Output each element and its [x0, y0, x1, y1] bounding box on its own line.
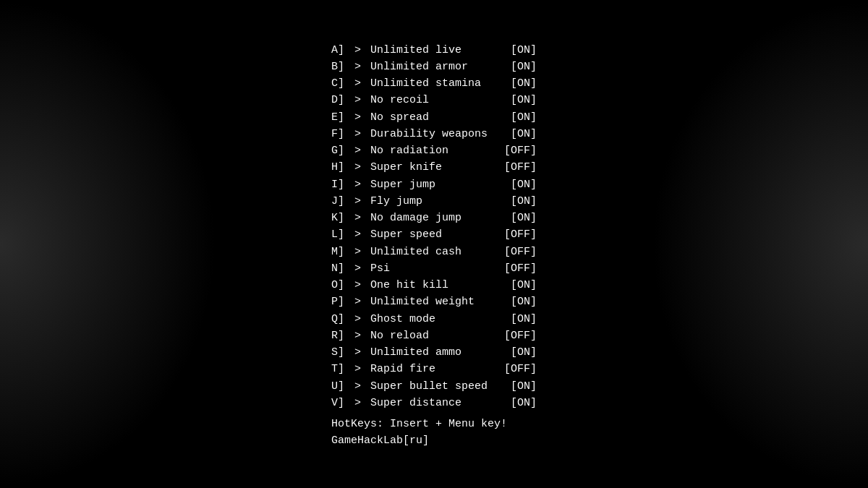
menu-item-label: One hit kill: [370, 277, 508, 294]
menu-item-status: [ON]: [511, 193, 537, 210]
menu-item-label: Unlimited stamina: [370, 75, 508, 92]
menu-item-key: U]: [331, 378, 354, 395]
menu-item-status: [OFF]: [504, 361, 537, 377]
menu-item-arrow: >: [354, 328, 367, 344]
menu-item-label: Unlimited live: [370, 42, 508, 59]
menu-item-status: [ON]: [511, 210, 537, 226]
menu-item-key: H]: [331, 159, 354, 176]
menu-item-arrow: >: [354, 311, 367, 328]
menu-item-arrow: >: [354, 344, 367, 361]
menu-item[interactable]: I] > Super jump [ON]: [331, 176, 537, 193]
menu-item-key: G]: [331, 142, 354, 159]
menu-item-key: N]: [331, 260, 354, 277]
footer: HotKeys: Insert + Menu key! GameHackLab[…: [331, 416, 537, 450]
menu-item-key: C]: [331, 75, 354, 92]
menu-item-status: [ON]: [511, 92, 537, 108]
vignette-left: [0, 0, 217, 488]
menu-item-key: P]: [331, 294, 354, 310]
menu-item-status: [ON]: [511, 59, 537, 75]
menu-item-status: [OFF]: [504, 142, 537, 159]
menu-item-status: [OFF]: [504, 244, 537, 260]
menu-item[interactable]: F] > Durability weapons [ON]: [331, 126, 537, 142]
menu-item-arrow: >: [354, 109, 367, 126]
menu-item-arrow: >: [354, 226, 367, 243]
menu-items-list: A] > Unlimited live [ON]B] > Unlimited a…: [331, 42, 537, 412]
vignette-right: [651, 0, 868, 488]
menu-item-key: I]: [331, 176, 354, 193]
menu-item-label: Unlimited weight: [370, 294, 508, 310]
menu-item[interactable]: S] > Unlimited ammo [ON]: [331, 344, 537, 361]
menu-item-key: L]: [331, 226, 354, 243]
menu-item[interactable]: G] > No radiation [OFF]: [331, 142, 537, 159]
menu-item-key: E]: [331, 109, 354, 126]
menu-item-label: No radiation: [370, 142, 501, 159]
menu-item-status: [ON]: [511, 277, 537, 294]
menu-item-key: O]: [331, 277, 354, 294]
menu-item-label: Super speed: [370, 226, 501, 243]
menu-item-arrow: >: [354, 92, 367, 108]
menu-item[interactable]: R] > No reload [OFF]: [331, 328, 537, 344]
menu-item-status: [ON]: [511, 75, 537, 92]
menu-item-key: T]: [331, 361, 354, 377]
menu-item-status: [ON]: [511, 311, 537, 328]
menu-item[interactable]: N] > Psi [OFF]: [331, 260, 537, 277]
footer-line2: GameHackLab[ru]: [331, 432, 537, 449]
menu-item-status: [ON]: [511, 378, 537, 395]
menu-item-status: [ON]: [511, 109, 537, 126]
menu-item-status: [ON]: [511, 176, 537, 193]
menu-item[interactable]: B] > Unlimited armor [ON]: [331, 59, 537, 75]
menu-item[interactable]: Q] > Ghost mode [ON]: [331, 311, 537, 328]
menu-item-label: No recoil: [370, 92, 508, 108]
menu-item-status: [ON]: [511, 126, 537, 142]
menu-item[interactable]: E] > No spread [ON]: [331, 109, 537, 126]
menu-item-key: B]: [331, 59, 354, 75]
menu-item[interactable]: K] > No damage jump [ON]: [331, 210, 537, 226]
menu-item-arrow: >: [354, 210, 367, 226]
menu-item[interactable]: A] > Unlimited live [ON]: [331, 42, 537, 59]
menu-item[interactable]: L] > Super speed [OFF]: [331, 226, 537, 243]
menu-item-arrow: >: [354, 361, 367, 377]
cheat-menu: A] > Unlimited live [ON]B] > Unlimited a…: [311, 29, 557, 460]
menu-item-label: No reload: [370, 328, 501, 344]
menu-item-label: No damage jump: [370, 210, 508, 226]
menu-item-arrow: >: [354, 294, 367, 310]
menu-item-label: Psi: [370, 260, 501, 277]
menu-item[interactable]: H] > Super knife [OFF]: [331, 159, 537, 176]
menu-item-arrow: >: [354, 176, 367, 193]
menu-item-key: V]: [331, 395, 354, 411]
menu-item[interactable]: J] > Fly jump [ON]: [331, 193, 537, 210]
menu-item[interactable]: O] > One hit kill [ON]: [331, 277, 537, 294]
menu-item-key: F]: [331, 126, 354, 142]
menu-item[interactable]: V] > Super distance [ON]: [331, 395, 537, 411]
menu-item-key: R]: [331, 328, 354, 344]
menu-item-arrow: >: [354, 277, 367, 294]
menu-item-label: Ghost mode: [370, 311, 508, 328]
menu-item-label: Super knife: [370, 159, 501, 176]
menu-item[interactable]: C] > Unlimited stamina [ON]: [331, 75, 537, 92]
menu-item[interactable]: P] > Unlimited weight [ON]: [331, 294, 537, 310]
menu-item[interactable]: T] > Rapid fire [OFF]: [331, 361, 537, 377]
menu-item-status: [OFF]: [504, 328, 537, 344]
menu-item-arrow: >: [354, 42, 367, 59]
menu-item-arrow: >: [354, 126, 367, 142]
menu-item[interactable]: D] > No recoil [ON]: [331, 92, 537, 108]
menu-item-arrow: >: [354, 59, 367, 75]
menu-item-status: [ON]: [511, 42, 537, 59]
menu-item-label: Unlimited cash: [370, 244, 501, 260]
menu-item-key: Q]: [331, 311, 354, 328]
menu-item-label: Rapid fire: [370, 361, 501, 377]
menu-item-label: Super bullet speed: [370, 378, 508, 395]
menu-item[interactable]: M] > Unlimited cash [OFF]: [331, 244, 537, 260]
menu-item-key: K]: [331, 210, 354, 226]
menu-item-key: J]: [331, 193, 354, 210]
menu-item-arrow: >: [354, 378, 367, 395]
menu-item-arrow: >: [354, 244, 367, 260]
menu-item-arrow: >: [354, 193, 367, 210]
menu-item-status: [ON]: [511, 344, 537, 361]
menu-item-status: [OFF]: [504, 226, 537, 243]
menu-item[interactable]: U] > Super bullet speed [ON]: [331, 378, 537, 395]
menu-item-status: [ON]: [511, 294, 537, 310]
menu-item-label: Super jump: [370, 176, 508, 193]
menu-item-key: D]: [331, 92, 354, 108]
menu-item-status: [OFF]: [504, 260, 537, 277]
